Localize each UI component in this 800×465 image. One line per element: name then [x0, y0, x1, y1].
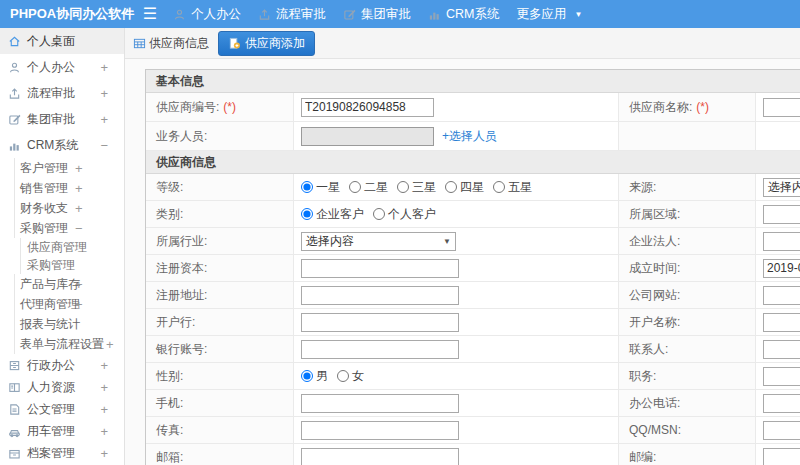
expand-plus-icon[interactable]: +: [75, 201, 83, 216]
expand-plus-icon[interactable]: +: [106, 337, 114, 352]
field-label: 职务:: [629, 368, 656, 385]
nav-process-approval[interactable]: 流程审批: [258, 6, 326, 23]
field-label: 手机:: [156, 395, 183, 412]
collapse-minus-icon[interactable]: −: [100, 138, 108, 153]
radio-input[interactable]: [301, 370, 313, 382]
sidebar-item-personal-desktop[interactable]: 个人桌面: [0, 28, 124, 54]
text-input[interactable]: [301, 394, 459, 413]
expand-plus-icon[interactable]: +: [100, 112, 108, 127]
expand-plus-icon[interactable]: +: [75, 181, 83, 196]
sidebar-item-document-mgmt[interactable]: 公文管理+: [0, 398, 124, 420]
nav-group-approval[interactable]: 集团审批: [343, 6, 411, 23]
sidebar-item-process-approval[interactable]: 流程审批+: [0, 80, 124, 106]
text-input[interactable]: [763, 394, 800, 413]
field-label-cell: 传真:: [146, 417, 294, 443]
sidebar-item-purchase-mgmt[interactable]: 采购管理−: [14, 218, 124, 238]
nav-more-apps[interactable]: 更多应用▼: [516, 6, 582, 23]
text-input[interactable]: [301, 98, 434, 117]
sidebar-item-label: 流程审批: [27, 85, 75, 102]
field-label: 类别:: [156, 206, 183, 223]
expand-plus-icon[interactable]: +: [75, 161, 83, 176]
field-label: 所属行业:: [156, 233, 207, 250]
field-label: 所属区域:: [629, 206, 680, 223]
text-input[interactable]: [763, 367, 800, 386]
radio-input[interactable]: [397, 181, 409, 193]
sidebar-item-crm-system[interactable]: CRM系统−: [0, 132, 124, 158]
field-input-cell: [756, 363, 800, 389]
expand-plus-icon[interactable]: +: [75, 277, 83, 292]
nav-personal-office[interactable]: 个人办公: [173, 6, 241, 23]
sidebar-item-admin-office[interactable]: 行政办公+: [0, 354, 124, 376]
sidebar-item-finance-mgmt[interactable]: 财务收支+: [14, 198, 124, 218]
nav-crm-system[interactable]: CRM系统: [428, 6, 499, 23]
field-label-cell: 联系人:: [619, 336, 756, 362]
expand-plus-icon[interactable]: +: [100, 424, 108, 439]
sidebar-item-reports-stats[interactable]: 报表与统计: [14, 314, 124, 334]
text-input[interactable]: [763, 259, 800, 278]
field-label-cell: 供应商名称:(*): [619, 93, 756, 121]
tab-supplier-add[interactable]: 供应商添加: [218, 31, 315, 56]
text-input[interactable]: [763, 205, 800, 224]
expand-plus-icon[interactable]: +: [100, 86, 108, 101]
sidebar-item-vehicle-mgmt[interactable]: 用车管理+: [0, 420, 124, 442]
collapse-minus-icon[interactable]: −: [75, 221, 83, 236]
radio-input[interactable]: [349, 181, 361, 193]
sidebar-item-archive-mgmt[interactable]: 档案管理+: [0, 442, 124, 464]
text-input[interactable]: [301, 127, 434, 146]
sidebar-item-product-inventory[interactable]: 产品与库存+: [14, 274, 124, 294]
sidebar-item-form-flow-settings[interactable]: 表单与流程设置+: [14, 334, 124, 354]
radio-option[interactable]: 女: [337, 368, 364, 385]
radio-option[interactable]: 男: [301, 368, 328, 385]
text-input[interactable]: [763, 340, 800, 359]
sidebar-item-personal-office[interactable]: 个人办公+: [0, 54, 124, 80]
sidebar-item-label: 报表与统计: [20, 316, 80, 333]
select-dropdown[interactable]: 选择内容▼: [763, 178, 800, 197]
radio-input[interactable]: [301, 181, 313, 193]
radio-option[interactable]: 一星: [301, 179, 340, 196]
radio-option[interactable]: 五星: [493, 179, 532, 196]
text-input[interactable]: [763, 232, 800, 251]
radio-option[interactable]: 三星: [397, 179, 436, 196]
radio-input[interactable]: [445, 181, 457, 193]
sidebar-item-customer-mgmt[interactable]: 客户管理+: [14, 158, 124, 178]
text-input[interactable]: [763, 98, 800, 117]
radio-option[interactable]: 企业客户: [301, 206, 364, 223]
expand-plus-icon[interactable]: +: [100, 358, 108, 373]
text-input[interactable]: [301, 259, 459, 278]
choose-person-link[interactable]: +选择人员: [442, 128, 497, 145]
radio-input[interactable]: [301, 208, 313, 220]
expand-plus-icon[interactable]: +: [100, 446, 108, 461]
text-input[interactable]: [763, 286, 800, 305]
tab-label: 供应商添加: [245, 35, 305, 52]
radio-label: 一星: [316, 179, 340, 196]
expand-plus-icon[interactable]: +: [100, 380, 108, 395]
text-input[interactable]: [763, 421, 800, 440]
expand-plus-icon[interactable]: +: [100, 60, 108, 75]
sidebar-item-sales-mgmt[interactable]: 销售管理+: [14, 178, 124, 198]
radio-input[interactable]: [373, 208, 385, 220]
radio-option[interactable]: 二星: [349, 179, 388, 196]
radio-input[interactable]: [493, 181, 505, 193]
sidebar-item-group-approval[interactable]: 集团审批+: [0, 106, 124, 132]
text-input[interactable]: [301, 340, 459, 359]
radio-input[interactable]: [337, 370, 349, 382]
section-header: 基本信息: [146, 70, 800, 93]
text-input[interactable]: [301, 448, 459, 465]
tab-supplier-info[interactable]: 供应商信息: [133, 35, 209, 52]
sidebar-item-agent-mgmt[interactable]: 代理商管理+: [14, 294, 124, 314]
chart-icon: [428, 8, 441, 21]
text-input[interactable]: [301, 421, 459, 440]
menu-toggle-icon[interactable]: ☰: [137, 0, 163, 28]
radio-option[interactable]: 四星: [445, 179, 484, 196]
expand-plus-icon[interactable]: +: [100, 402, 108, 417]
sidebar-item-purchasing-mgmt[interactable]: 采购管理: [20, 256, 124, 274]
text-input[interactable]: [301, 313, 459, 332]
text-input[interactable]: [763, 313, 800, 332]
sidebar-item-supplier-mgmt[interactable]: 供应商管理: [20, 238, 124, 256]
select-dropdown[interactable]: 选择内容▼: [301, 232, 456, 251]
expand-plus-icon[interactable]: +: [75, 297, 83, 312]
sidebar-item-human-resources[interactable]: 人力资源+: [0, 376, 124, 398]
text-input[interactable]: [763, 448, 800, 465]
radio-option[interactable]: 个人客户: [373, 206, 436, 223]
text-input[interactable]: [301, 286, 459, 305]
